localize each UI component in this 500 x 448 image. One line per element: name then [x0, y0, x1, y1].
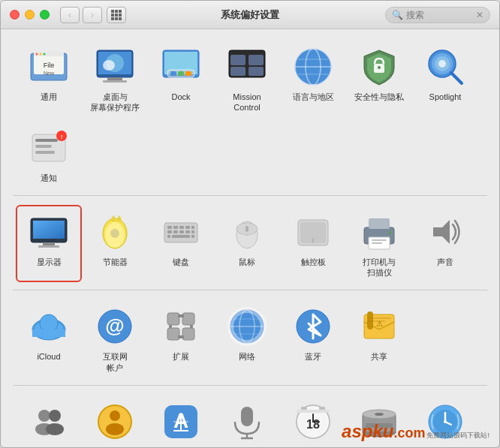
- svg-rect-58: [167, 230, 172, 233]
- pref-energy[interactable]: 节能器: [82, 205, 148, 283]
- svg-rect-60: [179, 230, 184, 233]
- sharing-icon: ⚠: [358, 305, 400, 347]
- section-hardware: 显示器 节能器: [13, 205, 487, 283]
- system-icons-grid: 用户与群组 家长控制: [13, 395, 487, 447]
- pref-mission[interactable]: Mission Control: [214, 40, 280, 118]
- section-personal: File New 通用: [13, 40, 487, 188]
- security-label: 安全性与隐私: [354, 92, 404, 102]
- pref-sharing[interactable]: ⚠ 共享: [346, 299, 412, 377]
- network-icon: [226, 305, 268, 347]
- search-box[interactable]: 🔍 ✕: [385, 7, 490, 23]
- svg-rect-53: [167, 226, 172, 229]
- svg-rect-69: [245, 226, 248, 232]
- extensions-icon: [160, 305, 202, 347]
- pref-startup[interactable]: 启动磁盘: [346, 395, 412, 447]
- forward-button[interactable]: ›: [83, 7, 102, 23]
- svg-rect-24: [248, 67, 264, 76]
- keyboard-icon: [160, 211, 202, 253]
- svg-rect-13: [103, 80, 127, 83]
- pref-datetime[interactable]: 18 日期与时间: [280, 395, 346, 447]
- pref-dock[interactable]: Dock: [148, 40, 214, 118]
- pref-icloud[interactable]: iCloud: [16, 299, 82, 377]
- language-label: 语言与地区: [293, 92, 334, 102]
- svg-rect-77: [372, 242, 382, 244]
- pref-internet[interactable]: @ 互联网 帐户: [82, 299, 148, 377]
- general-icon: File New: [28, 46, 70, 88]
- svg-rect-18: [178, 71, 184, 76]
- general-label: 通用: [41, 92, 57, 102]
- svg-rect-23: [230, 67, 245, 76]
- svg-point-132: [375, 413, 384, 416]
- system-preferences-window: ‹ › 系统偏好设置 🔍 ✕: [0, 0, 500, 448]
- svg-rect-59: [173, 230, 178, 233]
- svg-rect-21: [230, 55, 245, 65]
- search-clear-button[interactable]: ✕: [476, 10, 483, 20]
- svg-rect-90: [178, 314, 184, 317]
- pref-network[interactable]: 网络: [214, 299, 280, 377]
- svg-rect-83: [32, 329, 65, 337]
- pref-sound[interactable]: 声音: [412, 205, 478, 283]
- minimize-button[interactable]: [25, 10, 35, 20]
- pref-spotlight[interactable]: Spotlight: [412, 40, 478, 118]
- svg-rect-41: [35, 151, 55, 154]
- svg-rect-54: [173, 226, 178, 229]
- pref-security[interactable]: 安全性与隐私: [346, 40, 412, 118]
- svg-text:!: !: [61, 134, 63, 140]
- svg-rect-65: [191, 235, 194, 238]
- divider-2: [13, 290, 487, 290]
- datetime-icon: 18: [292, 401, 334, 443]
- icloud-icon: [28, 305, 70, 347]
- energy-label: 节能器: [103, 257, 128, 267]
- spotlight-icon: [424, 46, 466, 88]
- hardware-icons-grid: 显示器 节能器: [13, 205, 487, 283]
- internet-icon: @: [94, 305, 136, 347]
- svg-point-110: [110, 410, 120, 421]
- svg-point-105: [38, 410, 50, 422]
- pref-extensions[interactable]: 扩展: [148, 299, 214, 377]
- maximize-button[interactable]: [40, 10, 50, 20]
- pref-trackpad[interactable]: 触控板: [280, 205, 346, 283]
- svg-rect-48: [33, 221, 65, 239]
- desktop-label: 桌面与 屏幕保护程序: [90, 92, 140, 113]
- grid-view-button[interactable]: [107, 7, 126, 23]
- back-button[interactable]: ‹: [60, 7, 80, 23]
- users-label: 用户与群组: [29, 446, 70, 447]
- svg-rect-92: [169, 325, 172, 328]
- svg-point-5: [36, 53, 38, 56]
- pref-language[interactable]: 语言与地区: [280, 40, 346, 118]
- svg-rect-12: [107, 77, 122, 80]
- parental-icon: [94, 401, 136, 443]
- svg-rect-89: [182, 328, 194, 340]
- pref-bluetooth[interactable]: 蓝牙: [280, 299, 346, 377]
- dock-label: Dock: [171, 92, 190, 102]
- timemachine-label: Time Machine: [420, 446, 471, 447]
- svg-rect-39: [35, 139, 58, 142]
- extensions-label: 扩展: [173, 351, 189, 362]
- svg-rect-103: [367, 317, 391, 319]
- search-input[interactable]: [406, 10, 474, 20]
- trackpad-label: 触控板: [301, 257, 326, 267]
- pref-display[interactable]: 显示器: [16, 205, 82, 283]
- mouse-label: 鼠标: [239, 257, 255, 267]
- pref-printer[interactable]: 打印机与 扫描仪: [346, 205, 412, 283]
- mission-label: Mission Control: [233, 92, 261, 113]
- pref-mouse[interactable]: 鼠标: [214, 205, 280, 283]
- svg-rect-74: [369, 218, 390, 229]
- close-button[interactable]: [10, 10, 20, 20]
- pref-timemachine[interactable]: Time Machine: [412, 395, 478, 447]
- svg-rect-47: [38, 245, 59, 248]
- pref-keyboard[interactable]: 键盘: [148, 205, 214, 283]
- users-icon: [28, 401, 70, 443]
- pref-desktop[interactable]: 桌面与 屏幕保护程序: [82, 40, 148, 118]
- pref-appstore[interactable]: A App Store: [148, 395, 214, 447]
- svg-text:New: New: [44, 71, 55, 76]
- svg-rect-19: [185, 71, 191, 76]
- pref-users[interactable]: 用户与群组: [16, 395, 82, 447]
- svg-rect-87: [182, 313, 194, 325]
- pref-dictation[interactable]: 听写与语音: [214, 395, 280, 447]
- svg-text:File: File: [44, 62, 55, 69]
- pref-notification[interactable]: ! 通知: [16, 121, 82, 188]
- pref-parental[interactable]: 家长控制: [82, 395, 148, 447]
- grid-icon: [111, 10, 122, 20]
- pref-general[interactable]: File New 通用: [16, 40, 82, 118]
